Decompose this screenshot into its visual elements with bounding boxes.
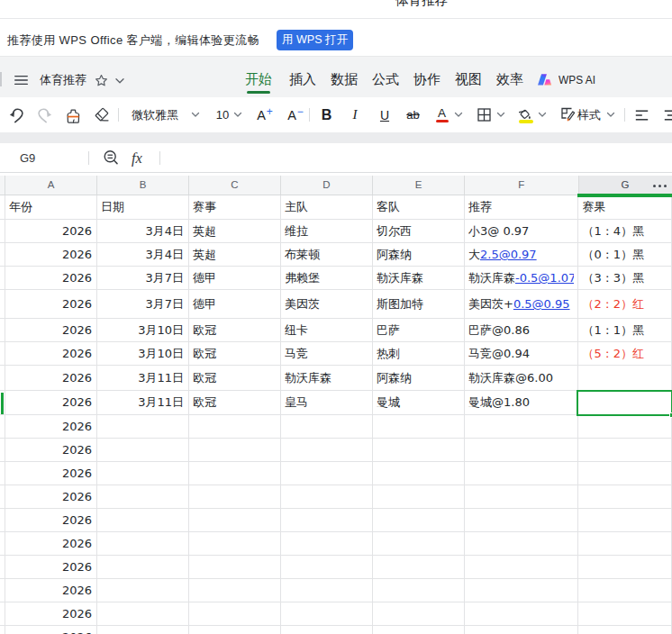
increase-font-size-button[interactable]: A+: [255, 97, 268, 132]
cell-A9[interactable]: 2026: [9, 391, 92, 414]
cell-C7[interactable]: 欧冠: [193, 342, 276, 365]
cell-link[interactable]: -0.5@1.07: [515, 271, 574, 285]
cell-G5[interactable]: （2：2）红: [583, 290, 667, 318]
cell-F3[interactable]: 大2.5@0.97: [468, 243, 574, 266]
cell-C1[interactable]: 赛事: [193, 195, 276, 219]
column-header-F[interactable]: F: [464, 176, 578, 195]
borders-button[interactable]: [477, 97, 491, 132]
cell-C8[interactable]: 欧冠: [193, 366, 276, 390]
fill-color-button[interactable]: [518, 97, 533, 132]
font-color-button[interactable]: A: [435, 97, 449, 132]
bold-button[interactable]: B: [320, 97, 333, 132]
cell-C4[interactable]: 德甲: [193, 267, 276, 289]
cell-D7[interactable]: 马竞: [285, 342, 368, 365]
redo-button[interactable]: [36, 97, 52, 132]
cell-F6[interactable]: 巴萨@0.86: [468, 319, 574, 341]
column-header-B[interactable]: B: [96, 176, 188, 195]
document-menu-chevron-icon[interactable]: [115, 78, 124, 84]
cell-A14[interactable]: 2026: [9, 509, 92, 531]
cell-C3[interactable]: 英超: [193, 243, 276, 266]
insert-function-icon[interactable]: fx: [132, 143, 142, 173]
cell-D2[interactable]: 维拉: [285, 220, 368, 242]
tab-home[interactable]: 开始: [245, 57, 272, 97]
sheet-grid[interactable]: 年份日期赛事主队客队推荐赛果20263月4日英超维拉切尔西小3@ 0.97（1：…: [0, 195, 672, 634]
cell-E5[interactable]: 斯图加特: [377, 290, 459, 318]
cell-D5[interactable]: 美因茨: [285, 290, 368, 318]
cell-F7[interactable]: 马竞@0.94: [468, 342, 574, 365]
format-painter-button[interactable]: [65, 97, 81, 132]
column-header-A[interactable]: A: [5, 176, 96, 195]
cell-style-text-button[interactable]: 样式: [577, 97, 601, 132]
cell-link[interactable]: 2.5@0.97: [480, 248, 537, 261]
cell-B1[interactable]: 日期: [101, 195, 184, 219]
column-header-D[interactable]: D: [280, 176, 372, 195]
hamburger-menu-icon[interactable]: [14, 73, 28, 87]
cell-E8[interactable]: 阿森纳: [377, 366, 459, 390]
cell-style-button[interactable]: [560, 97, 576, 132]
cell-F1[interactable]: 推荐: [468, 195, 574, 219]
cell-A18[interactable]: 2026: [9, 602, 92, 625]
tab-efficiency[interactable]: 效率: [496, 57, 523, 97]
cell-E1[interactable]: 客队: [377, 195, 459, 219]
font-size-select[interactable]: 10: [214, 97, 231, 132]
tab-view[interactable]: 视图: [455, 57, 482, 97]
clear-format-eraser-button[interactable]: [94, 97, 110, 132]
italic-button[interactable]: I: [350, 97, 360, 132]
font-size-chevron-icon[interactable]: [233, 97, 242, 132]
cell-G3[interactable]: （0：1）黑: [583, 243, 667, 266]
cell-A2[interactable]: 2026: [9, 220, 92, 242]
cell-A10[interactable]: 2026: [9, 415, 92, 438]
cell-D6[interactable]: 纽卡: [285, 319, 368, 341]
cell-C9[interactable]: 欧冠: [193, 391, 276, 414]
cell-B8[interactable]: 3月11日: [101, 366, 184, 390]
cell-B3[interactable]: 3月4日: [101, 243, 184, 266]
cell-G4[interactable]: （3：3）黑: [583, 267, 667, 289]
wps-ai-entry[interactable]: WPS AI: [538, 59, 601, 100]
cell-A15[interactable]: 2026: [9, 532, 92, 555]
cell-A5[interactable]: 2026: [9, 290, 92, 318]
column-more-icon[interactable]: [653, 185, 671, 187]
cell-G2[interactable]: （1：4）黑: [583, 220, 667, 242]
cell-style-chevron-icon[interactable]: [606, 97, 615, 132]
strikethrough-button[interactable]: ab: [405, 97, 421, 132]
cell-A19[interactable]: 2026: [9, 626, 92, 634]
cell-D3[interactable]: 布莱顿: [285, 243, 368, 266]
search-function-icon[interactable]: [103, 149, 120, 167]
cell-E4[interactable]: 勒沃库森: [377, 267, 459, 289]
cell-D9[interactable]: 皇马: [285, 391, 368, 414]
column-header-E[interactable]: E: [372, 176, 464, 195]
column-header-C[interactable]: C: [188, 176, 280, 195]
tab-insert[interactable]: 插入: [289, 57, 316, 97]
cell-A6[interactable]: 2026: [9, 319, 92, 341]
cell-E3[interactable]: 阿森纳: [377, 243, 459, 266]
font-color-chevron-icon[interactable]: [454, 97, 463, 132]
cell-A11[interactable]: 2026: [9, 439, 92, 461]
cell-F9[interactable]: 曼城@1.80: [468, 391, 574, 414]
selected-cell-outline[interactable]: [577, 390, 672, 417]
cell-E7[interactable]: 热刺: [377, 342, 459, 365]
cell-E6[interactable]: 巴萨: [377, 319, 459, 341]
cell-F5[interactable]: 美因茨+0.5@0.95: [468, 290, 574, 318]
cell-A13[interactable]: 2026: [9, 485, 92, 508]
tab-collaborate[interactable]: 协作: [413, 57, 440, 97]
tab-data[interactable]: 数据: [331, 57, 358, 97]
cell-A16[interactable]: 2026: [9, 556, 92, 578]
cell-B2[interactable]: 3月4日: [101, 220, 184, 242]
cell-D8[interactable]: 勒沃库森: [285, 366, 368, 390]
cell-G1[interactable]: 赛果: [583, 195, 667, 219]
star-favorite-icon[interactable]: [95, 74, 108, 87]
cell-F2[interactable]: 小3@ 0.97: [468, 220, 574, 242]
cell-G7[interactable]: （5：2）红: [583, 342, 667, 365]
cell-A17[interactable]: 2026: [9, 579, 92, 602]
cell-B9[interactable]: 3月11日: [101, 391, 184, 414]
cell-C2[interactable]: 英超: [193, 220, 276, 242]
document-name[interactable]: 体育推荐: [40, 57, 86, 97]
cell-D4[interactable]: 弗赖堡: [285, 267, 368, 289]
cell-A12[interactable]: 2026: [9, 462, 92, 485]
cell-C5[interactable]: 德甲: [193, 290, 276, 318]
name-box[interactable]: G9: [20, 143, 35, 173]
cell-C6[interactable]: 欧冠: [193, 319, 276, 341]
cell-B6[interactable]: 3月10日: [101, 319, 184, 341]
cell-B5[interactable]: 3月7日: [101, 290, 184, 318]
cell-link[interactable]: 0.5@0.95: [513, 297, 570, 311]
